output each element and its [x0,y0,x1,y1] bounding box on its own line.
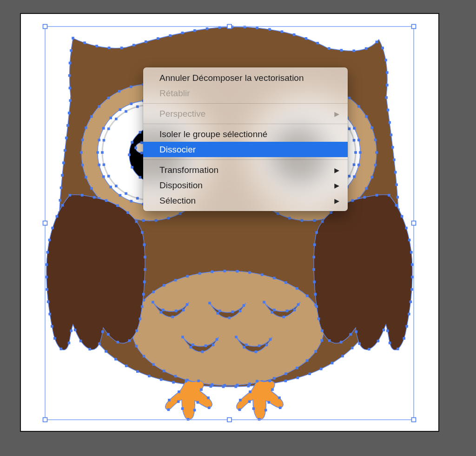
anchor-point[interactable] [312,256,315,258]
anchor-point[interactable] [101,151,104,154]
anchor-point[interactable] [152,301,154,304]
anchor-point[interactable] [98,139,100,141]
anchor-point[interactable] [269,338,272,341]
anchor-point[interactable] [70,330,73,332]
owl-left-wing[interactable] [45,194,146,350]
anchor-point[interactable] [53,337,56,340]
anchor-point[interactable] [201,350,204,353]
anchor-point[interactable] [143,281,146,284]
anchor-point[interactable] [114,358,117,361]
anchor-point[interactable] [69,62,72,65]
anchor-point[interactable] [45,276,48,278]
anchor-point[interactable] [120,46,123,49]
anchor-point[interactable] [330,211,332,214]
anchor-point[interactable] [235,336,238,338]
anchor-point[interactable] [48,239,51,242]
anchor-point[interactable] [271,311,273,314]
anchor-point[interactable] [218,310,221,312]
anchor-point[interactable] [130,86,132,88]
anchor-point[interactable] [208,302,211,304]
anchor-point[interactable] [359,151,362,154]
anchor-point[interactable] [224,384,226,387]
selection-handle-mid-left[interactable] [43,221,47,225]
anchor-point[interactable] [351,347,354,350]
anchor-point[interactable] [281,30,284,33]
anchor-point[interactable] [132,44,135,46]
anchor-point[interactable] [68,342,71,344]
anchor-point[interactable] [160,378,163,381]
anchor-point[interactable] [143,244,145,246]
anchor-point[interactable] [116,205,119,207]
anchor-point[interactable] [249,390,251,393]
anchor-point[interactable] [141,305,144,308]
anchor-point[interactable] [103,139,106,142]
selection-handle-bottom-right[interactable] [412,418,416,422]
anchor-point[interactable] [155,219,158,222]
anchor-point[interactable] [200,388,203,391]
anchor-point[interactable] [368,348,370,350]
anchor-point[interactable] [182,309,185,311]
anchor-point[interactable] [126,211,129,214]
anchor-point[interactable] [397,348,399,350]
menu-item-annuler[interactable]: Annuler Décomposer la vectorisation [143,70,348,86]
anchor-point[interactable] [351,199,354,202]
anchor-point[interactable] [163,370,165,372]
left-foot-path[interactable] [165,381,212,419]
anchor-point[interactable] [109,117,112,119]
anchor-point[interactable] [410,251,413,254]
anchor-point[interactable] [139,176,142,179]
anchor-point[interactable] [353,139,356,142]
anchor-point[interactable] [248,271,251,274]
anchor-point[interactable] [107,175,110,178]
anchor-point[interactable] [283,316,285,318]
anchor-point[interactable] [353,127,356,130]
anchor-point[interactable] [353,175,356,178]
anchor-point[interactable] [88,348,91,350]
anchor-point[interactable] [181,336,184,338]
anchor-point[interactable] [65,137,68,139]
anchor-point[interactable] [90,115,93,118]
anchor-point[interactable] [135,330,138,332]
anchor-point[interactable] [46,288,48,291]
anchor-point[interactable] [102,127,105,130]
anchor-point[interactable] [401,215,403,218]
anchor-point[interactable] [179,212,182,215]
anchor-point[interactable] [365,47,368,50]
selection-handle-mid-right[interactable] [412,221,416,225]
anchor-point[interactable] [178,390,180,393]
anchor-point[interactable] [130,102,133,105]
anchor-point[interactable] [109,185,112,188]
anchor-point[interactable] [162,309,165,311]
anchor-point[interactable] [239,399,242,402]
anchor-point[interactable] [314,293,317,296]
anchor-point[interactable] [48,313,51,316]
anchor-point[interactable] [301,219,304,222]
selection-handle-top-right[interactable] [412,25,416,29]
anchor-point[interactable] [405,325,408,328]
anchor-point[interactable] [189,346,192,349]
anchor-point[interactable] [306,359,309,362]
anchor-point[interactable] [386,71,389,74]
anchor-point[interactable] [231,311,234,313]
anchor-point[interactable] [293,309,296,311]
anchor-point[interactable] [268,28,271,31]
anchor-point[interactable] [186,303,189,306]
anchor-point[interactable] [140,152,143,154]
anchor-point[interactable] [395,184,398,186]
anchor-point[interactable] [69,87,72,90]
anchor-point[interactable] [172,316,174,318]
anchor-point[interactable] [51,227,54,230]
anchor-point[interactable] [125,364,128,367]
anchor-point[interactable] [341,355,344,357]
anchor-point[interactable] [365,187,368,190]
anchor-point[interactable] [85,126,87,129]
anchor-point[interactable] [268,380,271,383]
anchor-point[interactable] [228,317,231,319]
anchor-point[interactable] [374,139,377,141]
anchor-point[interactable] [411,263,414,266]
menu-item-selection[interactable]: Sélection ▶ [143,193,348,208]
anchor-point[interactable] [128,153,131,156]
anchor-point[interactable] [348,175,351,178]
anchor-point[interactable] [271,388,274,391]
anchor-point[interactable] [101,330,104,333]
